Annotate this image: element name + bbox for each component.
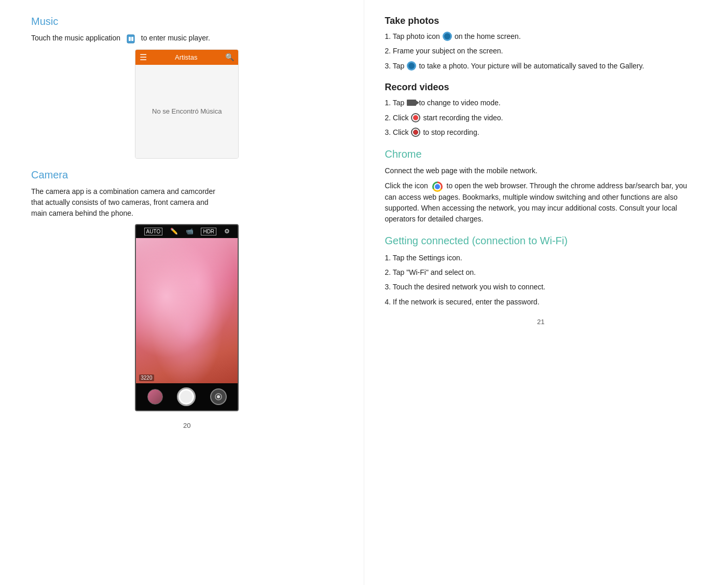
wifi-step4: 4. If the network is secured, enter the … [385, 296, 697, 308]
svg-point-4 [217, 395, 220, 398]
left-page: Music Touch the music application to ent… [0, 0, 364, 585]
left-page-number: 20 [31, 422, 343, 429]
chrome-icon [432, 182, 443, 192]
camera-toolbar-hdr: HDR [201, 228, 216, 235]
chrome-title: Chrome [385, 148, 697, 160]
music-section: Music Touch the music application to ent… [31, 16, 343, 159]
tap-photo-icon [407, 61, 416, 71]
take-photos-title: Take photos [385, 16, 697, 26]
wifi-step2: 2. Tap "Wi-Fi" and select on. [385, 267, 697, 278]
camera-shutter-inner [180, 391, 193, 403]
take-photos-step3: 3. Tap to take a photo. Your picture wil… [385, 60, 697, 72]
wifi-section: Getting connected (connection to Wi-Fi) … [385, 235, 697, 308]
music-player-header: ☰ Artistas 🔍 [135, 50, 238, 65]
right-page: Take photos 1. Tap photo icon on the hom… [364, 0, 729, 585]
record-videos-section: Record videos 1. Tap to change to video … [385, 82, 697, 138]
camera-mock: AUTO ✏️ 📹 HDR ⚙ 3220 [135, 224, 239, 411]
search-icon: 🔍 [225, 53, 234, 61]
take-photos-step2: 2. Frame your subject on the screen. [385, 45, 697, 57]
camera-bottom-bar [136, 383, 238, 410]
music-not-found-text: No se Encontró Música [152, 107, 222, 115]
camera-title: Camera [31, 169, 343, 181]
camera-toolbar-settings: ⚙ [224, 228, 230, 235]
camera-thumbnail [147, 389, 163, 405]
menu-icon: ☰ [140, 52, 147, 62]
music-player-body: No se Encontró Música [135, 65, 238, 158]
camera-toolbar: AUTO ✏️ 📹 HDR ⚙ [136, 225, 238, 238]
record-start-icon [411, 113, 420, 122]
record-step2: 2. Click start recording the video. [385, 112, 697, 123]
camera-flower-image [136, 238, 238, 383]
wifi-steps: 1. Tap the Settings icon. 2. Tap "Wi-Fi"… [385, 252, 697, 308]
svg-rect-2 [131, 37, 133, 41]
record-videos-title: Record videos [385, 82, 697, 93]
music-player-title: Artistas [150, 53, 222, 61]
chrome-desc1: Connect the web page with the mobile net… [385, 165, 697, 176]
take-photos-step1: 1. Tap photo icon on the home screen. [385, 31, 697, 42]
take-photos-section: Take photos 1. Tap photo icon on the hom… [385, 16, 697, 72]
wifi-step1: 1. Tap the Settings icon. [385, 252, 697, 263]
wifi-title: Getting connected (connection to Wi-Fi) [385, 235, 697, 247]
camera-resolution: 3220 [139, 374, 154, 381]
music-intro: Touch the music application to enter mus… [31, 33, 343, 44]
chrome-desc2: Click the icon to open the web browser. … [385, 180, 697, 224]
music-player-mock: ☰ Artistas 🔍 No se Encontró Música [135, 49, 239, 159]
svg-rect-1 [129, 37, 131, 41]
record-stop-icon [411, 128, 420, 137]
camera-video-button[interactable] [210, 388, 227, 405]
music-title: Music [31, 16, 343, 27]
camera-section: Camera The camera app is a combination c… [31, 169, 343, 411]
right-page-number: 21 [385, 318, 697, 326]
record-step1: 1. Tap to change to video mode. [385, 97, 697, 108]
camera-toolbar-icon1: ✏️ [170, 228, 178, 235]
camera-desc: The camera app is a combination camera a… [31, 186, 343, 219]
wifi-step3: 3. Touch the desired network you wish to… [385, 281, 697, 292]
record-step3: 3. Click to stop recording. [385, 127, 697, 138]
auto-label: AUTO [144, 228, 163, 235]
photo-icon [443, 32, 452, 41]
camera-toolbar-icon2: 📹 [186, 228, 194, 235]
camera-shutter-button[interactable] [177, 387, 196, 406]
camera-body: 3220 [136, 238, 238, 383]
chrome-section: Chrome Connect the web page with the mob… [385, 148, 697, 224]
video-mode-icon [407, 100, 416, 106]
music-app-icon [124, 33, 138, 44]
